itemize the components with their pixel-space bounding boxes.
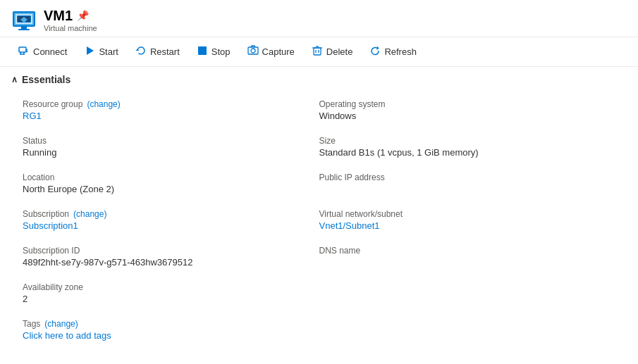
svg-rect-16	[314, 48, 321, 55]
essentials-collapse-bar[interactable]: ∧ Essentials	[0, 67, 638, 89]
essentials-title: Essentials	[22, 74, 70, 85]
essentials-grid: Resource group (change) RG1 Status Runni…	[0, 89, 638, 357]
toolbar: Connect Start Restart Stop	[0, 37, 638, 67]
page-title: VM1 📌	[44, 7, 97, 24]
svg-rect-4	[18, 29, 30, 30]
field-resource-group: Resource group (change) RG1	[23, 92, 319, 129]
field-location: Location North Europe (Zone 2)	[23, 165, 319, 202]
start-icon	[84, 45, 95, 58]
location-label: Location	[23, 172, 319, 182]
size-label: Size	[319, 136, 616, 146]
svg-marker-12	[87, 46, 94, 55]
resource-group-value[interactable]: RG1	[23, 111, 42, 121]
availability-zone-value: 2	[23, 294, 319, 304]
vm-icon	[11, 7, 37, 32]
vnet-label: Virtual network/subnet	[319, 209, 616, 219]
svg-rect-8	[19, 47, 26, 52]
vm-name-text: VM1	[44, 7, 73, 24]
resource-group-change-link[interactable]: (change)	[87, 99, 120, 109]
svg-point-15	[251, 49, 255, 53]
refresh-button[interactable]: Refresh	[362, 42, 424, 62]
capture-label: Capture	[262, 46, 295, 57]
subscription-change-link[interactable]: (change)	[73, 209, 106, 219]
status-label: Status	[23, 136, 319, 146]
restart-label: Restart	[150, 46, 180, 57]
subscription-id-value: 489f2hht-se7y-987v-g571-463hw3679512	[23, 257, 319, 268]
refresh-label: Refresh	[384, 46, 417, 57]
location-value: North Europe (Zone 2)	[23, 184, 319, 194]
subscription-id-label: Subscription ID	[23, 246, 319, 256]
restart-icon	[135, 45, 147, 58]
field-status: Status Running	[23, 129, 319, 165]
resource-group-label: Resource group (change)	[23, 99, 319, 109]
subscription-label: Subscription (change)	[23, 209, 319, 219]
availability-zone-label: Availability zone	[23, 282, 319, 292]
status-value: Running	[23, 147, 319, 158]
size-value: Standard B1s (1 vcpus, 1 GiB memory)	[319, 147, 616, 158]
field-vnet-subnet: Virtual network/subnet Vnet1/Subnet1	[319, 202, 616, 239]
connect-label: Connect	[33, 46, 67, 57]
restart-button[interactable]: Restart	[128, 42, 187, 62]
stop-button[interactable]: Stop	[190, 42, 238, 62]
header-title-block: VM1 📌 Virtual machine	[44, 7, 97, 32]
tags-value[interactable]: Click here to add tags	[23, 330, 111, 341]
public-ip-label: Public IP address	[319, 172, 616, 182]
dns-label: DNS name	[319, 246, 616, 256]
tags-label: Tags (change)	[23, 319, 319, 329]
collapse-chevron: ∧	[11, 75, 18, 84]
connect-button[interactable]: Connect	[11, 42, 74, 62]
field-public-ip: Public IP address	[319, 165, 616, 202]
refresh-icon	[369, 45, 381, 58]
tags-change-link[interactable]: (change)	[44, 319, 78, 329]
stop-label: Stop	[211, 46, 231, 57]
field-tags: Tags (change) Click here to add tags	[23, 312, 319, 349]
field-subscription: Subscription (change) Subscription1	[23, 202, 319, 239]
essentials-right-col: Operating system Windows Size Standard B…	[319, 92, 616, 349]
delete-button[interactable]: Delete	[305, 42, 360, 62]
field-dns-name: DNS name	[319, 239, 616, 275]
start-button[interactable]: Start	[77, 42, 125, 62]
field-subscription-id: Subscription ID 489f2hht-se7y-987v-g571-…	[23, 239, 319, 275]
field-operating-system: Operating system Windows	[319, 92, 616, 129]
delete-label: Delete	[326, 46, 353, 57]
field-size: Size Standard B1s (1 vcpus, 1 GiB memory…	[319, 129, 616, 165]
delete-icon	[312, 45, 323, 58]
field-availability-zone: Availability zone 2	[23, 275, 319, 312]
essentials-left-col: Resource group (change) RG1 Status Runni…	[23, 92, 319, 349]
os-label: Operating system	[319, 99, 616, 109]
svg-rect-13	[198, 46, 207, 55]
capture-button[interactable]: Capture	[240, 42, 302, 62]
subscription-value[interactable]: Subscription1	[23, 220, 78, 231]
connect-icon	[18, 45, 30, 58]
capture-icon	[247, 45, 259, 58]
svg-rect-3	[21, 27, 27, 29]
page-header: VM1 📌 Virtual machine	[0, 0, 638, 37]
os-value: Windows	[319, 111, 616, 121]
essentials-section: ∧ Essentials Resource group (change) RG1…	[0, 67, 638, 357]
vnet-value[interactable]: Vnet1/Subnet1	[319, 220, 380, 231]
vm-subtitle: Virtual machine	[44, 24, 97, 32]
stop-icon	[197, 45, 208, 58]
pin-icon[interactable]: 📌	[77, 10, 89, 22]
start-label: Start	[99, 46, 118, 57]
